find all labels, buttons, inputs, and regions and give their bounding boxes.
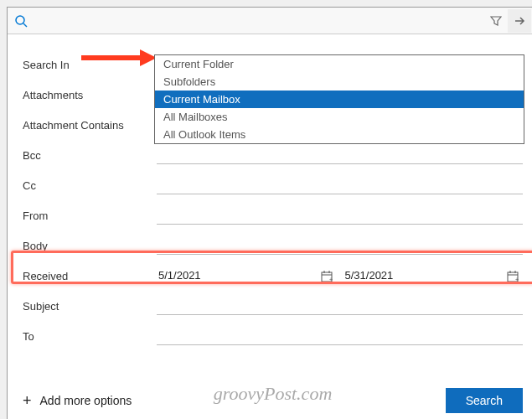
dropdown-option-all-outlook-items[interactable]: All Outlook Items xyxy=(155,126,524,143)
svg-point-0 xyxy=(16,16,24,24)
search-button[interactable]: Search xyxy=(446,388,523,413)
topbar xyxy=(8,8,532,34)
label-subject: Subject xyxy=(23,300,157,313)
footer: + Add more options Search xyxy=(23,388,523,413)
body-field[interactable] xyxy=(157,236,523,255)
subject-input[interactable] xyxy=(158,299,521,312)
filter-button[interactable] xyxy=(484,9,508,33)
label-attachment-contains: Attachment Contains xyxy=(23,119,157,132)
row-body: Body xyxy=(23,230,523,261)
dropdown-option-current-folder[interactable]: Current Folder xyxy=(155,55,524,73)
from-field[interactable] xyxy=(157,206,523,225)
add-more-options[interactable]: + Add more options xyxy=(23,392,132,410)
dropdown-option-subfolders[interactable]: Subfolders xyxy=(155,73,524,91)
search-in-dropdown-list: Current Folder Subfolders Current Mailbo… xyxy=(154,54,524,144)
label-to: To xyxy=(23,330,157,343)
to-field[interactable] xyxy=(157,327,523,345)
row-received: Received 5/1/2021 + 5/31/2021 + xyxy=(23,261,523,291)
cc-input[interactable] xyxy=(158,178,521,191)
calendar-icon[interactable]: + xyxy=(320,270,333,286)
received-start-value: 5/1/2021 xyxy=(158,269,201,282)
calendar-icon[interactable]: + xyxy=(506,270,519,286)
svg-line-1 xyxy=(23,23,27,27)
label-from: From xyxy=(23,210,157,222)
plus-icon: + xyxy=(23,392,32,410)
label-bcc: Bcc xyxy=(23,149,157,162)
label-search-in: Search In xyxy=(23,59,157,71)
body-input[interactable] xyxy=(158,239,521,251)
received-end-field[interactable]: 5/31/2021 + xyxy=(345,269,522,282)
row-from: From xyxy=(23,200,523,230)
dropdown-option-current-mailbox[interactable]: Current Mailbox xyxy=(155,91,524,108)
received-start-field[interactable]: 5/1/2021 + xyxy=(158,269,335,282)
label-attachments: Attachments xyxy=(23,89,157,101)
label-received: Received xyxy=(23,270,157,282)
bcc-field[interactable] xyxy=(157,146,523,164)
go-button[interactable] xyxy=(508,9,531,33)
add-more-label: Add more options xyxy=(40,394,132,407)
row-bcc: Bcc xyxy=(23,140,523,170)
row-cc: Cc xyxy=(23,170,523,200)
svg-text:+: + xyxy=(515,277,519,282)
search-icon[interactable] xyxy=(14,14,28,28)
subject-field[interactable] xyxy=(157,297,523,315)
to-input[interactable] xyxy=(158,329,521,342)
received-end-value: 5/31/2021 xyxy=(345,269,394,282)
dropdown-option-all-mailboxes[interactable]: All Mailboxes xyxy=(155,108,524,126)
label-cc: Cc xyxy=(23,179,157,192)
received-range: 5/1/2021 + 5/31/2021 + xyxy=(157,266,523,285)
svg-text:+: + xyxy=(329,277,333,282)
advanced-search-panel: Search In Current Mailbox Attachments At… xyxy=(7,7,532,419)
row-subject: Subject xyxy=(23,291,523,321)
bcc-input[interactable] xyxy=(158,148,521,161)
cc-field[interactable] xyxy=(157,176,523,194)
from-input[interactable] xyxy=(158,209,521,221)
label-body: Body xyxy=(23,240,157,252)
row-to: To xyxy=(23,321,523,351)
